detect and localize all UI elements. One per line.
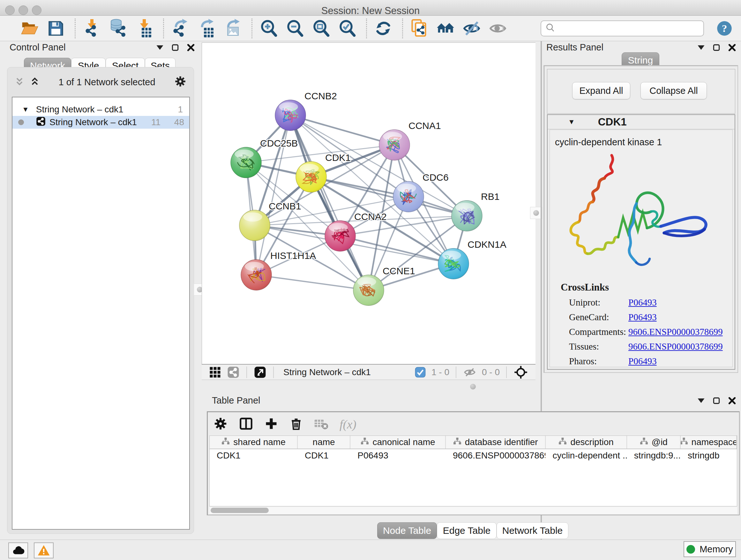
crosslink-genecard-link[interactable]: P06493 bbox=[628, 310, 657, 324]
table-panel-close-icon[interactable] bbox=[728, 397, 736, 405]
table-cell[interactable]: stringdb bbox=[681, 449, 737, 462]
save-session-icon[interactable] bbox=[47, 18, 65, 38]
node-label-CDKN1A: CDKN1A bbox=[468, 239, 507, 250]
control-panel-close-icon[interactable] bbox=[187, 44, 195, 51]
tab-network-table[interactable]: Network Table bbox=[496, 522, 568, 539]
column-header-shared-name[interactable]: shared name bbox=[210, 436, 298, 449]
node-RB1[interactable] bbox=[452, 200, 482, 231]
table-cell[interactable]: 9606.ENSP00000378699 bbox=[446, 449, 546, 462]
node-CCNB2[interactable] bbox=[275, 100, 306, 131]
table-cell[interactable]: P06493 bbox=[350, 449, 446, 462]
delete-column-trash-icon[interactable] bbox=[289, 417, 303, 432]
table-cell[interactable]: CDK1 bbox=[210, 449, 298, 462]
export-image-icon[interactable] bbox=[223, 18, 242, 38]
export-network-icon[interactable] bbox=[171, 18, 190, 38]
network-view-toolbar: String Network – cdk1 1 - 0 0 - 0 bbox=[202, 364, 536, 380]
table-cell[interactable]: CDK1 bbox=[298, 449, 350, 462]
table-row[interactable]: CDK1CDK1P064939606.ENSP00000378699cyclin… bbox=[210, 449, 737, 462]
table-panel-splitter-handle[interactable] bbox=[467, 382, 479, 391]
hide-selected-icon[interactable] bbox=[462, 18, 481, 38]
table-horizontal-scrollbar[interactable] bbox=[209, 507, 737, 514]
crosslink-compartments-link[interactable]: 9606.ENSP00000378699 bbox=[628, 324, 723, 339]
node-CDKN1A[interactable] bbox=[438, 248, 469, 279]
crosslink-pharos-link[interactable]: P06493 bbox=[628, 354, 657, 368]
import-table-icon[interactable] bbox=[135, 18, 153, 38]
node-CDK1[interactable] bbox=[296, 162, 327, 192]
import-network-icon[interactable] bbox=[83, 18, 101, 38]
memory-button[interactable]: Memory bbox=[684, 541, 736, 557]
control-panel-collapse-icon[interactable] bbox=[156, 45, 163, 50]
fit-selected-crosshair-icon[interactable] bbox=[514, 365, 528, 379]
edge-HIST1H1A-CCNE1[interactable] bbox=[256, 275, 368, 290]
search-input[interactable] bbox=[556, 23, 703, 34]
import-network-from-database-icon[interactable] bbox=[109, 18, 127, 38]
table-panel-collapse-icon[interactable] bbox=[697, 398, 704, 403]
node-label-CCNA1: CCNA1 bbox=[408, 120, 441, 131]
help-button[interactable]: ? bbox=[716, 20, 733, 37]
column-header-namespace[interactable]: namespace bbox=[681, 436, 737, 449]
table-cell[interactable]: stringdb:9... bbox=[627, 449, 681, 462]
crosslink-tissues-link[interactable]: 9606.ENSP00000378699 bbox=[628, 339, 723, 354]
network-share-icon[interactable] bbox=[227, 366, 239, 378]
selected-checkbox-icon[interactable] bbox=[415, 367, 426, 378]
tab-edge-table[interactable]: Edge Table bbox=[437, 522, 496, 539]
show-grid-icon[interactable] bbox=[209, 367, 221, 378]
collapse-all-button[interactable]: Collapse All bbox=[641, 82, 707, 99]
table-panel-float-icon[interactable] bbox=[713, 397, 720, 404]
gene-section-header[interactable]: ▼ CDK1 bbox=[548, 115, 735, 129]
gene-description: cyclin-dependent kinase 1 bbox=[555, 137, 732, 147]
toolbar-separator bbox=[252, 18, 253, 38]
zoom-out-icon[interactable] bbox=[286, 18, 304, 38]
column-header-id[interactable]: @id bbox=[627, 436, 681, 449]
column-header-database-identifier[interactable]: database identifier bbox=[446, 436, 546, 449]
network-row-selected[interactable]: String Network – cdk1 11 48 bbox=[12, 116, 189, 129]
column-type-icon bbox=[221, 437, 230, 448]
refresh-icon[interactable] bbox=[374, 18, 393, 38]
node-CDC6[interactable] bbox=[393, 181, 424, 212]
table-cell[interactable]: cyclin-dependent ... bbox=[545, 449, 627, 462]
node-CCNE1[interactable] bbox=[353, 275, 384, 306]
node-CCNA2[interactable] bbox=[325, 221, 355, 251]
column-header-canonical-name[interactable]: canonical name bbox=[350, 436, 446, 449]
collapse-all-networks-icon[interactable] bbox=[14, 76, 24, 88]
edge-CCNA2-CDKN1A[interactable] bbox=[340, 236, 454, 264]
add-column-icon[interactable] bbox=[264, 417, 278, 432]
crosslink-uniprot-link[interactable]: P06493 bbox=[628, 295, 657, 310]
table-settings-gear-icon[interactable] bbox=[213, 416, 228, 432]
zoom-selected-icon[interactable] bbox=[338, 18, 356, 38]
protein-structure-image bbox=[555, 149, 727, 277]
node-CCNA1[interactable] bbox=[379, 130, 410, 160]
node-CDC25B[interactable] bbox=[231, 147, 261, 178]
zoom-in-icon[interactable] bbox=[259, 18, 278, 38]
collection-expand-icon[interactable]: ▼ bbox=[22, 105, 29, 114]
warnings-button[interactable] bbox=[34, 543, 54, 558]
tab-node-table[interactable]: Node Table bbox=[377, 522, 437, 539]
network-collection-row[interactable]: ▼ String Network – cdk1 1 bbox=[12, 103, 189, 116]
hidden-eye-icon[interactable] bbox=[463, 366, 476, 379]
export-table-icon[interactable] bbox=[197, 18, 216, 38]
string-home-icon[interactable] bbox=[436, 18, 455, 38]
network-options-gear-icon[interactable] bbox=[174, 75, 187, 89]
clone-network-icon[interactable] bbox=[410, 18, 428, 38]
cloud-status-button[interactable] bbox=[8, 543, 28, 558]
gene-collapse-icon[interactable]: ▼ bbox=[568, 118, 575, 126]
zoom-fit-icon[interactable] bbox=[312, 18, 330, 38]
expand-all-button[interactable]: Expand All bbox=[572, 82, 630, 99]
scrollbar-thumb[interactable] bbox=[211, 508, 269, 513]
results-panel-float-icon[interactable] bbox=[713, 44, 720, 51]
control-panel-float-icon[interactable] bbox=[172, 44, 179, 51]
expand-all-networks-icon[interactable] bbox=[30, 76, 40, 88]
node-HIST1H1A[interactable] bbox=[241, 260, 272, 290]
column-header-name[interactable]: name bbox=[298, 436, 350, 449]
show-columns-icon[interactable] bbox=[239, 416, 253, 432]
results-panel-collapse-icon[interactable] bbox=[697, 45, 704, 50]
detach-view-icon[interactable] bbox=[254, 366, 266, 378]
node-CCNB1[interactable] bbox=[239, 210, 270, 241]
open-file-icon[interactable] bbox=[20, 18, 39, 38]
column-header-description[interactable]: description bbox=[546, 436, 627, 449]
network-canvas[interactable]: CCNB2CCNA1CDC25BCDK1CDC6RB1CCNB1CCNA2CDK… bbox=[202, 43, 536, 364]
network-panel-container: 1 of 1 Network selected ▼ String Network… bbox=[7, 67, 194, 534]
collection-count: 1 bbox=[178, 105, 183, 115]
results-panel-close-icon[interactable] bbox=[728, 44, 736, 51]
search-box[interactable] bbox=[541, 20, 704, 37]
